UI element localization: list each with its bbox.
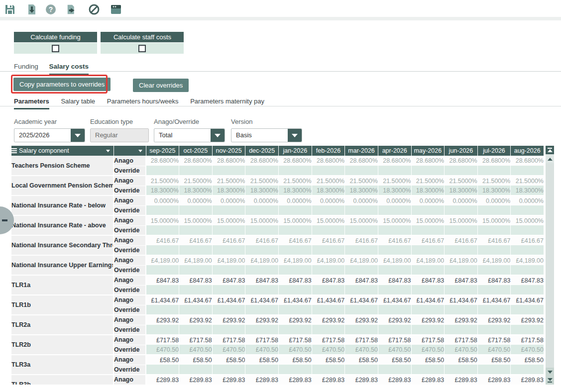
override-value-cell[interactable]: £470.50 — [245, 345, 279, 355]
override-value-cell[interactable] — [345, 285, 378, 295]
override-value-cell[interactable] — [411, 325, 445, 335]
column-header-nov-2025[interactable]: nov-2025 — [212, 146, 245, 156]
override-value-cell[interactable] — [312, 365, 345, 375]
override-value-cell[interactable]: 18.3000% — [312, 186, 345, 196]
override-value-cell[interactable]: £470.50 — [411, 345, 445, 355]
override-value-cell[interactable] — [212, 205, 245, 215]
override-value-cell[interactable] — [345, 245, 378, 255]
override-value-cell[interactable] — [146, 265, 179, 275]
override-value-cell[interactable] — [511, 265, 544, 275]
override-value-cell[interactable] — [279, 305, 312, 315]
override-value-cell[interactable] — [146, 205, 179, 215]
chevron-down-icon[interactable] — [71, 129, 85, 142]
anago-override-select[interactable]: Total — [154, 128, 225, 142]
override-value-cell[interactable] — [146, 325, 179, 335]
override-value-cell[interactable] — [179, 205, 213, 215]
override-value-cell[interactable] — [312, 305, 345, 315]
override-value-cell[interactable] — [411, 305, 445, 315]
override-value-cell[interactable]: £470.50 — [279, 345, 312, 355]
column-header-may-2026[interactable]: may-2026 — [411, 146, 445, 156]
override-value-cell[interactable] — [212, 285, 245, 295]
override-value-cell[interactable]: £470.50 — [179, 345, 213, 355]
override-value-cell[interactable] — [477, 265, 511, 275]
override-value-cell[interactable] — [378, 325, 411, 335]
column-header-aug-2026[interactable]: aug-2026 — [511, 146, 544, 156]
override-value-cell[interactable] — [511, 245, 544, 255]
override-value-cell[interactable]: 18.3000% — [345, 186, 378, 196]
override-value-cell[interactable] — [445, 166, 478, 176]
override-value-cell[interactable] — [378, 245, 411, 255]
override-value-cell[interactable] — [445, 205, 478, 215]
column-header-jul-2026[interactable]: jul-2026 — [477, 146, 511, 156]
override-value-cell[interactable] — [279, 245, 312, 255]
override-value-cell[interactable] — [279, 285, 312, 295]
override-value-cell[interactable]: 18.3000% — [279, 186, 312, 196]
override-value-cell[interactable] — [179, 265, 213, 275]
override-value-cell[interactable] — [179, 365, 213, 375]
override-value-cell[interactable]: 18.3000% — [378, 186, 411, 196]
override-value-cell[interactable] — [179, 245, 213, 255]
override-value-cell[interactable]: £470.50 — [477, 345, 511, 355]
override-value-cell[interactable]: 18.3000% — [146, 186, 179, 196]
scroll-to-top-icon[interactable] — [546, 146, 554, 154]
chevron-down-icon[interactable] — [138, 150, 142, 152]
override-value-cell[interactable] — [477, 365, 511, 375]
override-value-cell[interactable] — [312, 166, 345, 176]
override-value-cell[interactable] — [179, 166, 213, 176]
override-value-cell[interactable]: 18.3000% — [411, 186, 445, 196]
document-export-icon[interactable] — [66, 3, 78, 15]
override-value-cell[interactable] — [511, 166, 544, 176]
override-value-cell[interactable]: 18.3000% — [179, 186, 213, 196]
override-value-cell[interactable] — [411, 225, 445, 235]
vertical-scrollbar[interactable] — [546, 146, 554, 385]
override-value-cell[interactable] — [146, 245, 179, 255]
academic-year-select[interactable]: 2025/2026 — [14, 128, 85, 142]
override-value-cell[interactable] — [411, 245, 445, 255]
override-value-cell[interactable] — [477, 305, 511, 315]
override-value-cell[interactable] — [146, 285, 179, 295]
override-value-cell[interactable] — [411, 365, 445, 375]
override-value-cell[interactable] — [146, 225, 179, 235]
override-value-cell[interactable] — [345, 205, 378, 215]
override-value-cell[interactable] — [245, 245, 279, 255]
override-value-cell[interactable] — [345, 225, 378, 235]
chevron-down-icon[interactable] — [288, 129, 302, 142]
override-value-cell[interactable] — [245, 166, 279, 176]
override-value-cell[interactable]: £470.50 — [312, 345, 345, 355]
override-value-cell[interactable] — [477, 245, 511, 255]
override-value-cell[interactable] — [511, 285, 544, 295]
override-value-cell[interactable] — [245, 225, 279, 235]
override-value-cell[interactable] — [312, 265, 345, 275]
override-value-cell[interactable]: 18.3000% — [445, 186, 478, 196]
override-value-cell[interactable] — [411, 166, 445, 176]
override-value-cell[interactable] — [279, 166, 312, 176]
column-header-jan-2026[interactable]: jan-2026 — [279, 146, 312, 156]
scroll-to-bottom-icon[interactable] — [546, 376, 554, 385]
chevron-down-icon[interactable] — [106, 150, 110, 152]
override-value-cell[interactable] — [378, 285, 411, 295]
override-value-cell[interactable]: £470.50 — [345, 345, 378, 355]
override-value-cell[interactable] — [445, 285, 478, 295]
scroll-up-icon[interactable] — [546, 155, 554, 163]
override-value-cell[interactable] — [312, 225, 345, 235]
column-header-dec-2025[interactable]: dec-2025 — [245, 146, 279, 156]
override-value-cell[interactable] — [179, 325, 213, 335]
override-value-cell[interactable] — [445, 265, 478, 275]
override-value-cell[interactable] — [279, 205, 312, 215]
override-value-cell[interactable] — [411, 265, 445, 275]
override-value-cell[interactable] — [445, 325, 478, 335]
override-value-cell[interactable] — [312, 285, 345, 295]
override-value-cell[interactable] — [212, 245, 245, 255]
override-value-cell[interactable] — [279, 265, 312, 275]
override-value-cell[interactable] — [312, 245, 345, 255]
override-value-cell[interactable]: 18.3000% — [511, 186, 544, 196]
override-value-cell[interactable] — [378, 205, 411, 215]
override-value-cell[interactable] — [146, 365, 179, 375]
override-value-cell[interactable] — [411, 205, 445, 215]
column-header-jun-2026[interactable]: jun-2026 — [445, 146, 478, 156]
override-value-cell[interactable] — [477, 166, 511, 176]
override-value-cell[interactable] — [212, 325, 245, 335]
calculate-staff-costs-checkbox[interactable] — [138, 45, 146, 52]
override-value-cell[interactable] — [179, 285, 213, 295]
override-value-cell[interactable] — [477, 285, 511, 295]
